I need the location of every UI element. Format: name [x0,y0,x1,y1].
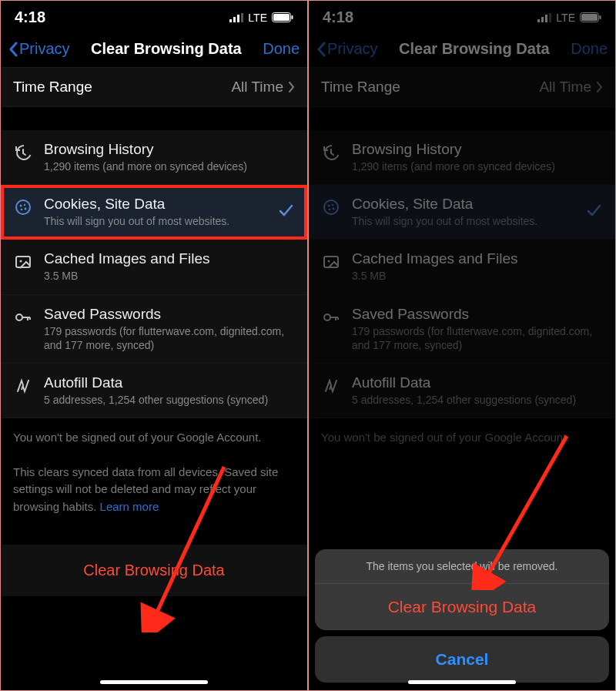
item-cookies[interactable]: Cookies, Site Data This will sign you ou… [1,185,307,240]
back-label: Privacy [19,40,70,58]
time-range-label: Time Range [321,79,400,96]
back-label: Privacy [327,40,378,58]
item-browsing-history[interactable]: Browsing History 1,290 items (and more o… [1,130,307,185]
item-title: Cached Images and Files [352,250,603,267]
footer-note-2: This clears synced data from all devices… [1,453,307,522]
item-passwords[interactable]: Saved Passwords 179 passwords (for flutt… [1,295,307,364]
time-range-label: Time Range [13,79,92,96]
cookie-icon [13,197,33,217]
item-autofill[interactable]: Autofill Data 5 addresses, 1,254 other s… [1,364,307,418]
chevron-right-icon [288,81,295,93]
status-time: 4:18 [15,8,45,26]
battery-icon [272,12,293,22]
network-label: LTE [556,12,575,24]
history-icon [321,143,341,163]
signal-bars-icon [537,13,551,22]
battery-icon [580,12,601,22]
image-icon [13,252,33,272]
checkmark-icon [586,203,603,221]
action-sheet-cancel-button[interactable]: Cancel [315,636,609,683]
item-browsing-history[interactable]: Browsing History 1,290 items (and more o… [309,130,615,185]
key-icon [13,307,33,327]
item-cache[interactable]: Cached Images and Files 3.5 MB [1,240,307,294]
item-passwords[interactable]: Saved Passwords 179 passwords (for flutt… [309,295,615,364]
item-subtitle: 3.5 MB [44,269,295,283]
done-button[interactable]: Done [263,40,300,58]
status-time: 4:18 [323,8,353,26]
item-title: Cookies, Site Data [44,196,267,213]
item-cookies[interactable]: Cookies, Site Data This will sign you ou… [309,185,615,240]
item-title: Saved Passwords [352,306,603,323]
item-subtitle: 1,290 items (and more on synced devices) [352,159,603,173]
svg-rect-2 [237,15,239,22]
svg-rect-15 [537,19,540,22]
page-title: Clear Browsing Data [378,40,571,58]
image-icon [321,252,341,272]
item-autofill[interactable]: Autofill Data 5 addresses, 1,254 other s… [309,364,615,418]
action-sheet-message: The items you selected will be removed. [315,549,609,584]
item-title: Autofill Data [352,374,603,391]
item-subtitle: 5 addresses, 1,254 other suggestions (sy… [44,393,295,407]
item-subtitle: This will sign you out of most websites. [44,214,267,228]
svg-point-14 [16,314,22,320]
time-range-value: All Time [231,79,283,96]
svg-rect-21 [600,15,601,19]
svg-point-29 [324,314,330,320]
svg-point-9 [24,204,25,206]
item-title: Cookies, Site Data [352,196,575,213]
back-button[interactable]: Privacy [316,40,378,58]
status-bar: 4:18 LTE [1,1,307,31]
learn-more-link[interactable]: Learn more [100,500,159,513]
svg-rect-5 [273,14,290,21]
done-button[interactable]: Done [571,40,608,58]
item-title: Browsing History [352,141,603,158]
time-range-row[interactable]: Time Range All Time [309,68,615,107]
history-icon [13,143,33,163]
chevron-right-icon [596,81,603,93]
svg-point-8 [20,205,22,207]
svg-rect-16 [541,17,544,22]
item-subtitle: 179 passwords (for flutterwave.com, dign… [352,324,603,352]
svg-rect-6 [292,15,293,19]
home-indicator[interactable] [408,680,516,684]
item-subtitle: 1,290 items (and more on synced devices) [44,159,295,173]
svg-rect-1 [233,17,236,22]
page-title: Clear Browsing Data [70,40,263,58]
screenshot-right: 4:18 LTE Privacy Clear Browsing Data Don… [308,0,616,691]
item-cache[interactable]: Cached Images and Files 3.5 MB [309,240,615,294]
footer-note-1: You won't be signed out of your Google A… [1,418,307,453]
svg-rect-20 [581,14,598,21]
item-title: Autofill Data [44,374,295,391]
svg-point-25 [329,209,331,211]
item-subtitle: 3.5 MB [352,269,603,283]
item-subtitle: This will sign you out of most websites. [352,214,575,228]
item-title: Saved Passwords [44,306,295,323]
item-subtitle: 179 passwords (for flutterwave.com, dign… [44,324,295,352]
home-indicator[interactable] [100,680,208,684]
svg-point-26 [333,208,335,210]
svg-point-13 [20,260,22,263]
action-sheet-clear-button[interactable]: Clear Browsing Data [315,584,609,630]
cookie-icon [321,197,341,217]
screenshot-left: 4:18 LTE Privacy Clear Browsing Data Don… [0,0,308,691]
svg-point-7 [16,200,30,214]
network-label: LTE [248,12,267,24]
svg-point-24 [332,204,333,206]
item-subtitle: 5 addresses, 1,254 other suggestions (sy… [352,393,603,407]
key-icon [321,307,341,327]
back-button[interactable]: Privacy [8,40,70,58]
svg-point-28 [328,260,330,263]
autofill-icon [13,376,33,396]
svg-rect-18 [549,13,551,22]
chevron-left-icon [316,42,326,57]
svg-point-22 [324,200,338,214]
svg-rect-3 [241,13,243,22]
nav-bar: Privacy Clear Browsing Data Done [309,31,615,68]
action-sheet: The items you selected will be removed. … [315,549,609,683]
clear-browsing-data-button[interactable]: Clear Browsing Data [1,545,307,596]
svg-point-11 [25,208,27,210]
svg-rect-17 [545,15,547,22]
autofill-icon [321,376,341,396]
time-range-row[interactable]: Time Range All Time [1,68,307,107]
footer-note-1: You won't be signed out of your Google A… [309,418,615,453]
